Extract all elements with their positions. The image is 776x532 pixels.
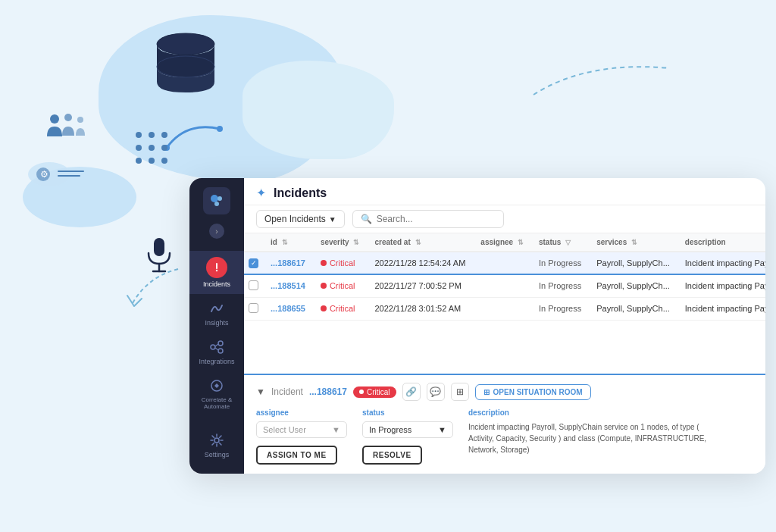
sidebar-item-correlate[interactable]: Correlate & Automate: [189, 371, 244, 416]
search-icon: 🔍: [361, 214, 372, 224]
svg-point-30: [211, 345, 215, 349]
table-row[interactable]: ...188514 Critical 2022/11/27 7:00:52 PM…: [244, 274, 765, 298]
main-panel: › Incidents Insights: [189, 178, 765, 474]
assignee-chevron-icon: ▼: [332, 425, 340, 434]
svg-text:⚙: ⚙: [40, 169, 48, 180]
table-header-row: id ⇅ severity ⇅ created at ⇅ assignee ⇅ …: [244, 233, 765, 252]
table-row[interactable]: ✓ ...188617 Critical 2022/11/28 12:54:24…: [244, 252, 765, 274]
status-select[interactable]: In Progress ▼: [362, 421, 453, 438]
col-assignee[interactable]: assignee ⇅: [473, 233, 531, 252]
row-id: ...188655: [263, 297, 313, 320]
assignee-col: assignee Select User ▼ ASSIGN TO ME: [256, 408, 347, 465]
svg-point-15: [50, 114, 59, 124]
correlate-icon: [208, 377, 225, 394]
detail-critical-badge: Critical: [353, 386, 396, 398]
detail-body: assignee Select User ▼ ASSIGN TO ME stat…: [256, 408, 753, 465]
resolve-button[interactable]: RESOLVE: [362, 446, 422, 465]
svg-point-17: [77, 117, 83, 123]
description-col: description Incident impacting Payroll, …: [468, 408, 753, 465]
severity-dot-icon: [321, 260, 327, 266]
sidebar-correlate-label: Correlate & Automate: [192, 396, 241, 410]
share-icon-btn[interactable]: ⊞: [451, 383, 469, 401]
row-severity: Critical: [313, 297, 368, 320]
svg-point-10: [149, 145, 155, 151]
people-icon: [45, 110, 87, 147]
row-assignee: [473, 274, 531, 298]
row-services: Payroll, SupplyCh...: [589, 252, 677, 274]
row-severity: Critical: [313, 274, 368, 298]
col-severity[interactable]: severity ⇅: [313, 233, 368, 252]
sidebar-insights-label: Insights: [205, 319, 228, 327]
sidebar-item-insights[interactable]: Insights: [189, 294, 244, 333]
incidents-table-wrapper: id ⇅ severity ⇅ created at ⇅ assignee ⇅ …: [244, 233, 765, 374]
link-icon-btn[interactable]: 🔗: [402, 383, 421, 401]
row-assignee: [473, 252, 531, 274]
col-created-at[interactable]: created at ⇅: [367, 233, 473, 252]
row-checkbox-cell[interactable]: [244, 297, 263, 320]
detail-chevron-icon[interactable]: ▼: [256, 386, 265, 397]
svg-point-14: [161, 158, 167, 164]
assign-to-me-button[interactable]: ASSIGN TO ME: [256, 446, 337, 465]
status-value: In Progress: [369, 425, 411, 434]
row-checkbox-cell[interactable]: [244, 274, 263, 298]
sidebar-item-incidents[interactable]: Incidents: [189, 251, 244, 294]
svg-point-16: [64, 114, 72, 121]
search-box[interactable]: 🔍: [352, 210, 504, 228]
row-id: ...188617: [263, 252, 313, 274]
gear-icon: ⚙: [27, 159, 102, 192]
assignee-select[interactable]: Select User ▼: [256, 421, 347, 438]
incidents-table: id ⇅ severity ⇅ created at ⇅ assignee ⇅ …: [244, 233, 765, 321]
status-chevron-icon: ▼: [438, 425, 446, 434]
action-buttons: ASSIGN TO ME: [256, 446, 347, 465]
row-status: In Progress: [531, 274, 589, 298]
svg-point-26: [211, 195, 218, 202]
row-checkbox[interactable]: ✓: [249, 258, 258, 268]
integrations-icon: [208, 339, 225, 355]
dropdown-chevron-icon: ▼: [329, 215, 336, 224]
open-situation-label: OPEN SITUATION ROOM: [493, 388, 583, 396]
open-situation-room-btn[interactable]: ⊞ OPEN SITUATION ROOM: [475, 384, 591, 400]
sidebar-item-integrations[interactable]: Integrations: [189, 333, 244, 371]
bg-blob-2: [242, 61, 394, 159]
row-created-at: 2022/11/28 3:01:52 AM: [367, 297, 473, 320]
critical-label: Critical: [367, 388, 390, 396]
svg-point-12: [136, 158, 142, 164]
sidebar-logo: [203, 187, 230, 214]
col-id[interactable]: id ⇅: [263, 233, 313, 252]
sidebar-integrations-label: Integrations: [199, 358, 234, 365]
row-severity: Critical: [313, 252, 368, 274]
row-checkbox[interactable]: [249, 280, 258, 290]
status-field-label: status: [362, 408, 453, 417]
row-checkbox-cell[interactable]: ✓: [244, 252, 263, 274]
sidebar-item-settings[interactable]: Settings: [189, 426, 244, 465]
sidebar-settings-label: Settings: [205, 451, 230, 458]
sidebar-expand-btn[interactable]: ›: [209, 224, 224, 239]
dashed-line-decoration: [526, 53, 677, 102]
dropdown-label: Open Incidents: [264, 214, 326, 224]
col-services[interactable]: services ⇅: [589, 233, 677, 252]
detail-title-label: Incident: [271, 386, 303, 397]
row-checkbox[interactable]: [249, 303, 258, 313]
status-col: status In Progress ▼ RESOLVE: [362, 408, 453, 465]
svg-line-34: [215, 348, 218, 350]
settings-icon: [208, 432, 225, 449]
svg-point-29: [216, 270, 217, 271]
row-assignee: [473, 297, 531, 320]
curve-line-icon: [163, 117, 224, 158]
insights-icon: [208, 300, 225, 317]
search-input[interactable]: [377, 214, 496, 224]
svg-point-28: [214, 202, 219, 206]
col-description[interactable]: description: [677, 233, 765, 252]
svg-line-33: [215, 344, 218, 346]
col-status[interactable]: status ▽: [531, 233, 589, 252]
description-text: Incident impacting Payroll, SupplyChain …: [468, 421, 726, 455]
description-field-label: description: [468, 408, 753, 417]
open-incidents-dropdown[interactable]: Open Incidents ▼: [256, 210, 345, 228]
sidebar-incidents-label: Incidents: [203, 280, 230, 288]
table-row[interactable]: ...188655 Critical 2022/11/28 3:01:52 AM…: [244, 297, 765, 320]
col-checkbox: [244, 233, 263, 252]
dots-icon: [133, 129, 171, 170]
database-icon: [144, 23, 227, 109]
incidents-icon: [206, 257, 227, 278]
chat-icon-btn[interactable]: 💬: [427, 383, 445, 401]
